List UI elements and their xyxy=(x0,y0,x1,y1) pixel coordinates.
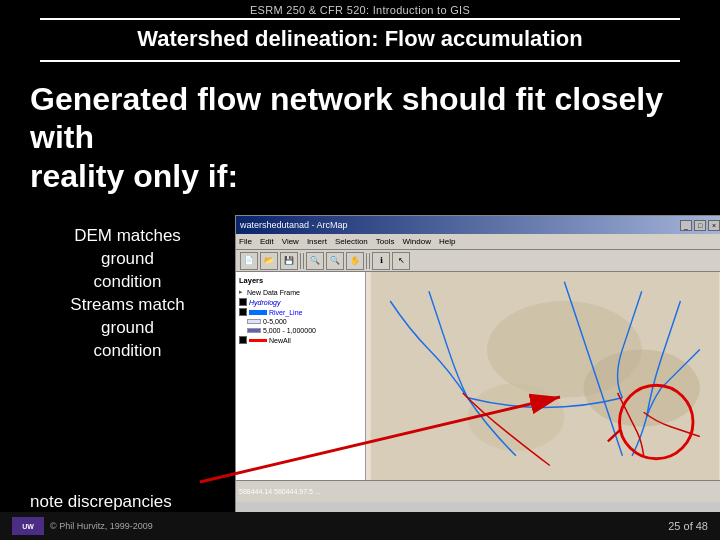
layer-color-river-line xyxy=(249,310,267,315)
map-canvas xyxy=(366,272,720,480)
layers-panel: Layers ▸ New Data Frame Hydrology River_… xyxy=(236,272,366,480)
maximize-button[interactable]: □ xyxy=(694,220,706,231)
note-discrepancies: note discrepancies xyxy=(30,492,172,512)
course-text: ESRM 250 & CFR 520: Introduction to GIS xyxy=(250,4,470,16)
arcmap-titlebar: watershedutanad - ArcMap _ □ × xyxy=(236,216,720,234)
layer-checkbox-newAll[interactable] xyxy=(239,336,247,344)
content-area: DEM matches ground condition Streams mat… xyxy=(0,215,720,525)
arcmap-window: watershedutanad - ArcMap _ □ × File Edit… xyxy=(235,215,720,525)
menu-help[interactable]: Help xyxy=(439,237,455,246)
arcmap-menubar: File Edit View Insert Selection Tools Wi… xyxy=(236,234,720,250)
menu-insert[interactable]: Insert xyxy=(307,237,327,246)
menu-selection[interactable]: Selection xyxy=(335,237,368,246)
menu-view[interactable]: View xyxy=(282,237,299,246)
menu-tools[interactable]: Tools xyxy=(376,237,395,246)
arcmap-bottom-toolbar: 588444.14 580444.97.5 ... xyxy=(236,480,720,502)
layer-item-river-line: River_Line xyxy=(239,308,362,316)
toolbar-zoom-out[interactable]: 🔍 xyxy=(326,252,344,270)
layer-item-hydrology: Hydrology xyxy=(239,298,362,306)
copyright-text: © Phil Hurvitz, 1999-2009 xyxy=(50,521,153,531)
arcmap-title-text: watershedutanad - ArcMap xyxy=(240,220,680,230)
close-button[interactable]: × xyxy=(708,220,720,231)
arcmap-toolbar: 📄 📂 💾 🔍 🔍 ✋ ℹ ↖ xyxy=(236,250,720,272)
uw-logo-box: UW xyxy=(12,517,44,535)
menu-edit[interactable]: Edit xyxy=(260,237,274,246)
layer-item-new-data-frame: ▸ New Data Frame xyxy=(239,288,362,296)
toolbar-identify[interactable]: ℹ xyxy=(372,252,390,270)
toolbar-pan[interactable]: ✋ xyxy=(346,252,364,270)
layer-color-newAll xyxy=(249,339,267,342)
map-svg xyxy=(366,272,720,480)
arcmap-main-area: Layers ▸ New Data Frame Hydrology River_… xyxy=(236,272,720,480)
uw-logo: UW © Phil Hurvitz, 1999-2009 xyxy=(12,517,153,535)
bottom-bar: UW © Phil Hurvitz, 1999-2009 25 of 48 xyxy=(0,512,720,540)
conditions-panel: DEM matches ground condition Streams mat… xyxy=(30,215,225,525)
layer-item-newAll: NewAll xyxy=(239,336,362,344)
dem-condition: DEM matches ground condition Streams mat… xyxy=(30,225,225,363)
layer-range-2: 5,000 - 1,000000 xyxy=(247,327,362,334)
layer-checkbox-hydrology[interactable] xyxy=(239,298,247,306)
screenshot-container: watershedutanad - ArcMap _ □ × File Edit… xyxy=(235,215,720,525)
layer-checkbox-river-line[interactable] xyxy=(239,308,247,316)
course-label: ESRM 250 & CFR 520: Introduction to GIS xyxy=(0,0,720,18)
main-heading: Generated flow network should fit closel… xyxy=(0,80,720,215)
arcmap-window-controls: _ □ × xyxy=(680,220,720,231)
toolbar-zoom-in[interactable]: 🔍 xyxy=(306,252,324,270)
toolbar-new[interactable]: 📄 xyxy=(240,252,258,270)
slide-title: Watershed delineation: Flow accumulation xyxy=(40,18,680,62)
status-bar-text: 588444.14 580444.97.5 ... xyxy=(239,488,321,495)
menu-window[interactable]: Window xyxy=(403,237,431,246)
menu-file[interactable]: File xyxy=(239,237,252,246)
toolbar-save[interactable]: 💾 xyxy=(280,252,298,270)
toolbar-divider-1 xyxy=(300,253,304,269)
layers-title: Layers xyxy=(239,276,362,285)
toolbar-select[interactable]: ↖ xyxy=(392,252,410,270)
minimize-button[interactable]: _ xyxy=(680,220,692,231)
layer-range-1: 0-5,000 xyxy=(247,318,362,325)
toolbar-open[interactable]: 📂 xyxy=(260,252,278,270)
toolbar-divider-2 xyxy=(366,253,370,269)
slide-number: 25 of 48 xyxy=(668,520,708,532)
